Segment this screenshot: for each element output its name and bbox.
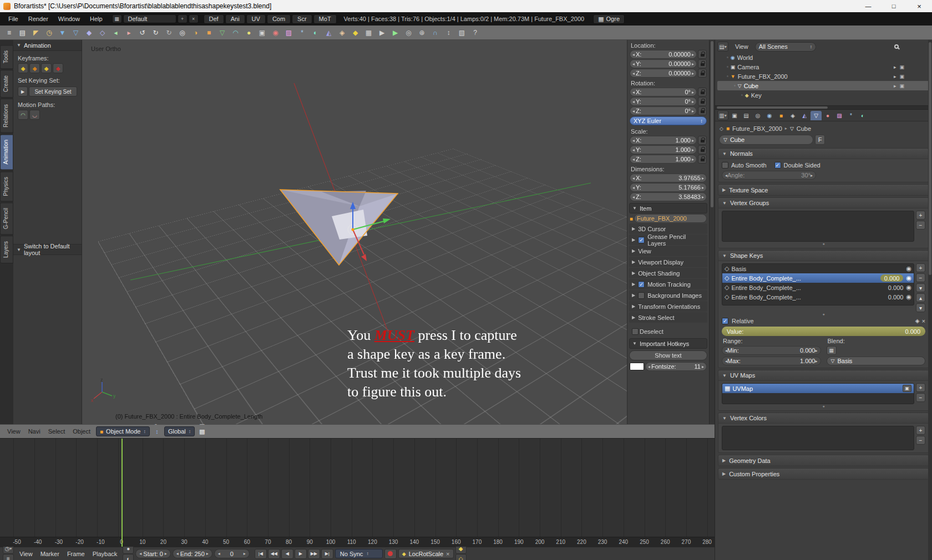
- timeline-menu-icon[interactable]: ≡: [3, 554, 14, 560]
- renderable-icon[interactable]: ▣: [899, 74, 904, 79]
- list-resize-grip[interactable]: ●: [722, 242, 925, 246]
- lamp-add-icon[interactable]: ●: [242, 27, 255, 38]
- increment-arrow-icon[interactable]: ▸: [692, 99, 694, 104]
- show-text-button[interactable]: Show text: [629, 350, 707, 360]
- increment-arrow-icon[interactable]: ▸: [702, 364, 704, 369]
- copy-attr-icon[interactable]: ▧: [455, 27, 468, 38]
- outliner-editor-type-icon[interactable]: ▤▾: [717, 42, 728, 52]
- increment-arrow-icon[interactable]: ▸: [692, 62, 694, 67]
- selectable-icon[interactable]: ▸: [894, 64, 896, 70]
- section-3d-cursor[interactable]: ▶3D Cursor: [629, 223, 707, 234]
- insert-keyframe-menu-icon[interactable]: ◆: [29, 63, 40, 73]
- outliner-display-dropdown[interactable]: All Scenes ↕: [755, 42, 816, 52]
- tab-physics[interactable]: ◐: [857, 111, 868, 120]
- tab-render-layers[interactable]: ▤: [741, 111, 752, 120]
- shape-keys-list[interactable]: ◇Basis◉◇Entire Body_Complete_...0.000◉◇E…: [722, 263, 914, 306]
- left-tab-relations[interactable]: Relations: [0, 99, 13, 133]
- increment-arrow-icon[interactable]: ▸: [692, 147, 694, 152]
- timeline-menu-view[interactable]: View: [16, 549, 37, 559]
- keying-set-play-icon[interactable]: ▶: [18, 86, 28, 96]
- dimensions-x-field[interactable]: ◂X:3.97655▸: [630, 174, 707, 182]
- breadcrumb-object[interactable]: Future_FBX_2000: [732, 125, 782, 132]
- expand-icon[interactable]: ◦: [741, 93, 743, 98]
- screen-layout-icon[interactable]: ▦: [112, 14, 122, 23]
- breadcrumb-data[interactable]: Cube: [797, 125, 811, 132]
- screen-tab-ani[interactable]: Ani: [225, 14, 245, 24]
- list-resize-grip[interactable]: ●: [722, 404, 925, 408]
- selectable-icon[interactable]: ▸: [894, 74, 896, 79]
- current-frame-field[interactable]: ◂ 0 ▸: [214, 549, 250, 558]
- item-name-field[interactable]: Future_FBX_2000: [634, 214, 707, 223]
- clear-shapekeys-icon[interactable]: ×: [922, 318, 925, 324]
- animation-icon[interactable]: ◆: [349, 27, 362, 38]
- left-tab-layers[interactable]: Layers: [0, 236, 13, 263]
- left-tab-g-pencil[interactable]: G-Pencil: [0, 202, 13, 235]
- physics-icon[interactable]: ◐: [309, 27, 322, 38]
- menu-render[interactable]: Render: [23, 14, 53, 24]
- timeline-menu-frame[interactable]: Frame: [63, 549, 89, 559]
- section-view[interactable]: ▶View: [629, 246, 707, 256]
- file-recent-icon[interactable]: ◷: [43, 27, 55, 38]
- properties-editor-type-icon[interactable]: ▥▾: [717, 110, 728, 120]
- datablock-name-field[interactable]: ▽ Cube: [719, 135, 813, 145]
- section-object-shading[interactable]: ▶Object Shading: [629, 268, 707, 278]
- decrement-arrow-icon[interactable]: ◂: [632, 109, 635, 114]
- opengl-render-anim-icon[interactable]: ▩: [196, 426, 207, 436]
- help-icon[interactable]: ?: [469, 27, 482, 38]
- left-tab-animation[interactable]: Animation: [0, 134, 13, 170]
- tab-object-data[interactable]: ▽: [811, 111, 822, 120]
- section-background-images[interactable]: ▶Background Images: [629, 290, 707, 301]
- link-icon[interactable]: ◆: [83, 27, 95, 38]
- calculate-motion-path-icon[interactable]: ◠: [18, 110, 28, 120]
- increment-arrow-icon[interactable]: ▸: [244, 551, 246, 556]
- minimize-button[interactable]: —: [855, 0, 881, 12]
- blend-shape-dropdown[interactable]: ▽ Basis: [827, 357, 926, 365]
- screen-tab-mot[interactable]: MoT: [313, 14, 337, 24]
- expand-icon[interactable]: ◦: [727, 74, 728, 79]
- decrement-arrow-icon[interactable]: ◂: [218, 551, 220, 556]
- vertex-group-icon[interactable]: ▦: [827, 346, 837, 355]
- section-viewport-display[interactable]: ▶Viewport Display: [629, 257, 707, 267]
- section-stroke-select[interactable]: ▶Stroke Select: [629, 312, 707, 323]
- relative-checkbox[interactable]: ✓: [722, 318, 728, 324]
- vertex-colors-panel-header[interactable]: ▼ Vertex Colors: [718, 413, 929, 424]
- shape-key-value[interactable]: 0.000: [888, 284, 904, 291]
- outliner-item-future-fbx-2000[interactable]: ◦▼Future_FBX_2000▸▣: [717, 72, 930, 81]
- add-layout-button[interactable]: +: [178, 14, 188, 23]
- lock-icon[interactable]: [698, 59, 707, 68]
- tab-constraints[interactable]: ◈: [787, 111, 798, 120]
- shape-key-row[interactable]: ◇Entire Body_Complete_...0.000◉: [722, 273, 914, 283]
- jump-next-keyframe-button[interactable]: ▶▶: [308, 549, 320, 559]
- increment-arrow-icon[interactable]: ▸: [165, 551, 167, 556]
- text-color-swatch[interactable]: [630, 363, 644, 370]
- play-reverse-button[interactable]: ◀: [281, 549, 293, 559]
- section-grease-pencil-layers[interactable]: ▶✓Grease Pencil Layers: [629, 235, 707, 245]
- decrement-arrow-icon[interactable]: ◂: [632, 195, 635, 200]
- rotation-x-field[interactable]: ◂X:0°▸: [630, 88, 697, 96]
- texture-icon[interactable]: ▨: [282, 27, 295, 38]
- search-icon[interactable]: [894, 44, 899, 49]
- remove-button[interactable]: −: [916, 393, 925, 402]
- rotation-z-field[interactable]: ◂Z:0°▸: [630, 106, 697, 115]
- left-tab-tools[interactable]: Tools: [0, 45, 13, 69]
- tab-particles[interactable]: *: [845, 111, 857, 120]
- undo-icon[interactable]: ↺: [136, 27, 149, 38]
- eye-icon[interactable]: ◉: [906, 265, 911, 272]
- viewport-menu-select[interactable]: Select: [44, 426, 69, 436]
- expand-icon[interactable]: ◦: [727, 64, 728, 69]
- viewport-menu-navi[interactable]: Navi: [24, 426, 44, 436]
- decrement-arrow-icon[interactable]: ◂: [632, 90, 635, 95]
- location-z-field[interactable]: ◂Z:0.00000▸: [630, 69, 697, 78]
- vertex-colors-list[interactable]: [722, 426, 914, 450]
- dimensions-y-field[interactable]: ◂Y:5.17666▸: [630, 183, 707, 192]
- move-down-button[interactable]: ▾: [916, 303, 925, 312]
- increment-arrow-icon[interactable]: ▸: [206, 551, 209, 556]
- specials-button[interactable]: ▾: [916, 283, 925, 292]
- start-frame-field[interactable]: ◂ Start: 0 ▸: [135, 549, 170, 558]
- outliner-item-world[interactable]: ◦◉World: [717, 53, 930, 62]
- search-icon[interactable]: ◎: [176, 27, 189, 38]
- play-button[interactable]: ▶: [295, 549, 307, 559]
- timeline-editor[interactable]: -50-40-30-20-100102030405060708090100110…: [0, 438, 715, 560]
- scene-icon[interactable]: ◑: [189, 27, 202, 38]
- active-keying-set-field[interactable]: ◆ LocRotScale ×: [398, 549, 454, 558]
